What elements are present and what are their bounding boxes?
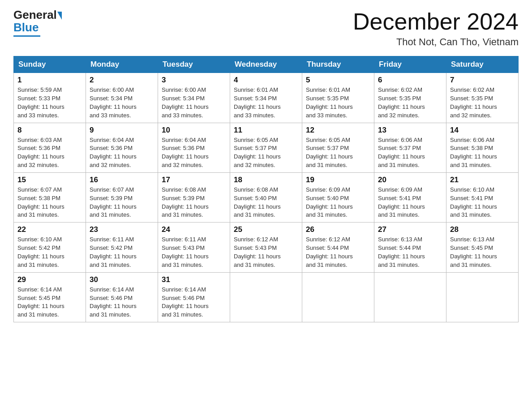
day-detail: Sunrise: 6:09 AMSunset: 5:41 PMDaylight:…: [378, 186, 442, 219]
day-number: 7: [450, 76, 515, 85]
page-header: General Blue December 2024 Thot Not, Can…: [13, 9, 519, 48]
day-detail: Sunrise: 6:13 AMSunset: 5:44 PMDaylight:…: [378, 235, 442, 269]
calendar-cell: 28Sunrise: 6:13 AMSunset: 5:45 PMDayligh…: [446, 223, 519, 272]
logo-underline: [13, 35, 40, 37]
day-number: 9: [90, 126, 154, 135]
calendar-cell: 31Sunrise: 6:14 AMSunset: 5:46 PMDayligh…: [158, 272, 230, 322]
calendar-cell: 12Sunrise: 6:05 AMSunset: 5:37 PMDayligh…: [302, 123, 374, 172]
day-number: 17: [162, 176, 226, 184]
calendar-cell: 22Sunrise: 6:10 AMSunset: 5:42 PMDayligh…: [14, 223, 86, 272]
calendar-header-row: SundayMondayTuesdayWednesdayThursdayFrid…: [14, 56, 519, 73]
calendar-cell: 21Sunrise: 6:10 AMSunset: 5:41 PMDayligh…: [446, 172, 519, 222]
day-number: 13: [378, 126, 442, 135]
day-number: 2: [90, 76, 154, 85]
calendar-cell: 23Sunrise: 6:11 AMSunset: 5:42 PMDayligh…: [86, 223, 158, 272]
day-detail: Sunrise: 6:11 AMSunset: 5:43 PMDaylight:…: [162, 235, 226, 269]
day-number: 18: [234, 176, 298, 184]
calendar-cell: 13Sunrise: 6:06 AMSunset: 5:37 PMDayligh…: [374, 123, 446, 172]
day-number: 8: [17, 126, 82, 135]
day-number: 11: [234, 126, 298, 135]
header-wednesday: Wednesday: [230, 56, 302, 73]
day-number: 15: [17, 176, 82, 184]
day-number: 1: [17, 76, 82, 85]
calendar-cell: 6Sunrise: 6:02 AMSunset: 5:35 PMDaylight…: [374, 73, 446, 123]
day-detail: Sunrise: 6:11 AMSunset: 5:42 PMDaylight:…: [90, 235, 154, 269]
day-number: 24: [162, 225, 226, 234]
day-number: 26: [306, 225, 370, 234]
day-detail: Sunrise: 6:07 AMSunset: 5:38 PMDaylight:…: [17, 186, 82, 219]
day-detail: Sunrise: 6:05 AMSunset: 5:37 PMDaylight:…: [306, 136, 370, 170]
day-detail: Sunrise: 6:01 AMSunset: 5:34 PMDaylight:…: [234, 86, 298, 120]
calendar-cell: [230, 272, 302, 322]
week-row-1: 1Sunrise: 5:59 AMSunset: 5:33 PMDaylight…: [14, 73, 519, 123]
week-row-3: 15Sunrise: 6:07 AMSunset: 5:38 PMDayligh…: [14, 172, 519, 222]
day-detail: Sunrise: 6:07 AMSunset: 5:39 PMDaylight:…: [90, 186, 154, 219]
day-detail: Sunrise: 6:00 AMSunset: 5:34 PMDaylight:…: [162, 86, 226, 120]
header-friday: Friday: [374, 56, 446, 73]
day-detail: Sunrise: 6:12 AMSunset: 5:44 PMDaylight:…: [306, 235, 370, 269]
calendar-cell: 17Sunrise: 6:08 AMSunset: 5:39 PMDayligh…: [158, 172, 230, 222]
calendar-cell: 11Sunrise: 6:05 AMSunset: 5:37 PMDayligh…: [230, 123, 302, 172]
calendar-cell: 9Sunrise: 6:04 AMSunset: 5:36 PMDaylight…: [86, 123, 158, 172]
calendar-cell: 14Sunrise: 6:06 AMSunset: 5:38 PMDayligh…: [446, 123, 519, 172]
week-row-2: 8Sunrise: 6:03 AMSunset: 5:36 PMDaylight…: [14, 123, 519, 172]
calendar-cell: 26Sunrise: 6:12 AMSunset: 5:44 PMDayligh…: [302, 223, 374, 272]
day-detail: Sunrise: 6:02 AMSunset: 5:35 PMDaylight:…: [378, 86, 442, 120]
day-number: 27: [378, 225, 442, 234]
header-tuesday: Tuesday: [158, 56, 230, 73]
day-detail: Sunrise: 6:14 AMSunset: 5:45 PMDaylight:…: [17, 286, 82, 319]
calendar-cell: 8Sunrise: 6:03 AMSunset: 5:36 PMDaylight…: [14, 123, 86, 172]
day-number: 28: [450, 225, 515, 234]
calendar-cell: 4Sunrise: 6:01 AMSunset: 5:34 PMDaylight…: [230, 73, 302, 123]
week-row-4: 22Sunrise: 6:10 AMSunset: 5:42 PMDayligh…: [14, 223, 519, 272]
day-number: 6: [378, 76, 442, 85]
month-title: December 2024: [353, 9, 519, 34]
header-sunday: Sunday: [14, 56, 86, 73]
day-detail: Sunrise: 6:14 AMSunset: 5:46 PMDaylight:…: [162, 286, 226, 319]
day-detail: Sunrise: 6:05 AMSunset: 5:37 PMDaylight:…: [234, 136, 298, 170]
day-detail: Sunrise: 6:04 AMSunset: 5:36 PMDaylight:…: [90, 136, 154, 170]
calendar-cell: 7Sunrise: 6:02 AMSunset: 5:35 PMDaylight…: [446, 73, 519, 123]
calendar-cell: [374, 272, 446, 322]
day-detail: Sunrise: 6:00 AMSunset: 5:34 PMDaylight:…: [90, 86, 154, 120]
calendar-cell: [302, 272, 374, 322]
calendar-cell: 29Sunrise: 6:14 AMSunset: 5:45 PMDayligh…: [14, 272, 86, 322]
calendar-cell: 5Sunrise: 6:01 AMSunset: 5:35 PMDaylight…: [302, 73, 374, 123]
header-saturday: Saturday: [446, 56, 519, 73]
title-section: December 2024 Thot Not, Can Tho, Vietnam: [353, 9, 519, 48]
day-detail: Sunrise: 6:10 AMSunset: 5:42 PMDaylight:…: [17, 235, 82, 269]
day-detail: Sunrise: 6:01 AMSunset: 5:35 PMDaylight:…: [306, 86, 370, 120]
day-number: 3: [162, 76, 226, 85]
day-detail: Sunrise: 6:13 AMSunset: 5:45 PMDaylight:…: [450, 235, 515, 269]
calendar-cell: 15Sunrise: 6:07 AMSunset: 5:38 PMDayligh…: [14, 172, 86, 222]
day-detail: Sunrise: 6:04 AMSunset: 5:36 PMDaylight:…: [162, 136, 226, 170]
logo-general-text: General: [13, 9, 57, 21]
header-monday: Monday: [86, 56, 158, 73]
day-detail: Sunrise: 6:03 AMSunset: 5:36 PMDaylight:…: [17, 136, 82, 170]
calendar-cell: 18Sunrise: 6:08 AMSunset: 5:40 PMDayligh…: [230, 172, 302, 222]
calendar-cell: 19Sunrise: 6:09 AMSunset: 5:40 PMDayligh…: [302, 172, 374, 222]
day-number: 30: [90, 275, 154, 284]
calendar-cell: 16Sunrise: 6:07 AMSunset: 5:39 PMDayligh…: [86, 172, 158, 222]
day-number: 10: [162, 126, 226, 135]
day-number: 29: [17, 275, 82, 284]
day-number: 23: [90, 225, 154, 234]
calendar-cell: 20Sunrise: 6:09 AMSunset: 5:41 PMDayligh…: [374, 172, 446, 222]
day-number: 5: [306, 76, 370, 85]
calendar-cell: 2Sunrise: 6:00 AMSunset: 5:34 PMDaylight…: [86, 73, 158, 123]
calendar-cell: 25Sunrise: 6:12 AMSunset: 5:43 PMDayligh…: [230, 223, 302, 272]
day-detail: Sunrise: 5:59 AMSunset: 5:33 PMDaylight:…: [17, 86, 82, 120]
calendar-cell: 27Sunrise: 6:13 AMSunset: 5:44 PMDayligh…: [374, 223, 446, 272]
day-number: 31: [162, 275, 226, 284]
location: Thot Not, Can Tho, Vietnam: [353, 36, 519, 48]
day-detail: Sunrise: 6:08 AMSunset: 5:39 PMDaylight:…: [162, 186, 226, 219]
day-detail: Sunrise: 6:12 AMSunset: 5:43 PMDaylight:…: [234, 235, 298, 269]
day-number: 21: [450, 176, 515, 184]
day-detail: Sunrise: 6:08 AMSunset: 5:40 PMDaylight:…: [234, 186, 298, 219]
calendar-cell: 10Sunrise: 6:04 AMSunset: 5:36 PMDayligh…: [158, 123, 230, 172]
week-row-5: 29Sunrise: 6:14 AMSunset: 5:45 PMDayligh…: [14, 272, 519, 322]
logo-arrow-icon: [57, 12, 62, 20]
day-number: 19: [306, 176, 370, 184]
logo-blue-text: Blue: [13, 21, 39, 34]
day-detail: Sunrise: 6:09 AMSunset: 5:40 PMDaylight:…: [306, 186, 370, 219]
